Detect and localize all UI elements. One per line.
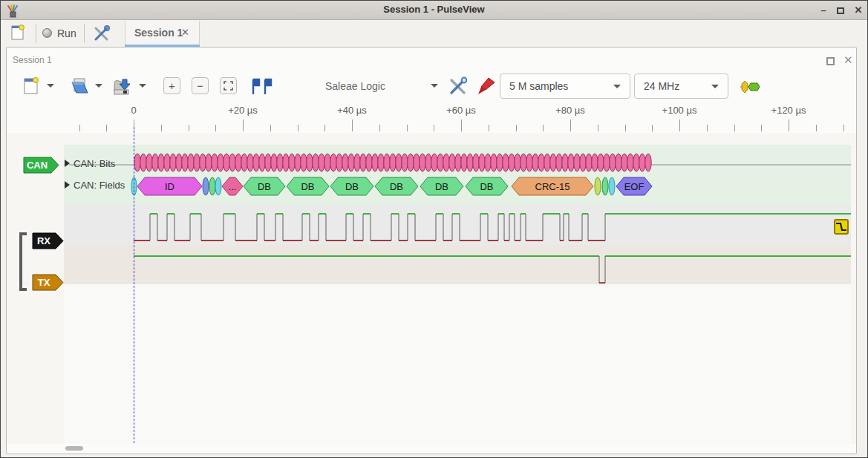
new-dropdown-arrow[interactable] [47,84,54,88]
new-file-icon [11,24,25,41]
ruler-tick [543,125,544,131]
save-file-icon[interactable] [113,76,131,96]
ruler-label: +40 µs [337,105,367,116]
ruler-tick [489,125,489,131]
decoder-bits-label: CAN: Bits [74,158,115,169]
ruler-tick [161,125,162,131]
trigger-falling-edge-badge[interactable] [834,219,849,235]
channel-group-bracket [19,232,27,291]
session-maximize-button[interactable] [826,57,835,65]
ruler-tick [434,125,434,131]
ruler-tick [215,125,216,131]
zoom-in-button[interactable]: + [163,77,180,94]
session-close-icon[interactable]: ✕ [843,53,853,67]
new-session-button[interactable] [7,23,29,44]
settings-button[interactable] [90,23,112,44]
ruler-tick [407,125,408,131]
ruler-tick [816,125,817,131]
rx-channel-tag[interactable]: RX [32,232,65,249]
pulseview-window: Session 1 - PulseView – ✕ Run Session 1 … [0,0,868,458]
empty-trace-area [64,284,851,444]
ruler-tick [761,125,762,131]
ruler-tick [734,125,735,131]
add-decoder-button[interactable] [740,79,760,94]
ruler-tick [298,125,298,131]
toolbar-separator [84,24,85,43]
ruler-tick [625,125,626,131]
tab-label: Session 1 [134,27,183,39]
can-decoder-tag[interactable]: CAN [23,157,60,174]
sample-count-value: 5 M samples [509,80,568,92]
svg-text:CAN: CAN [27,160,48,171]
toolbar-separator [36,24,36,43]
decoder-row[interactable] [64,145,851,205]
svg-text:RX: RX [37,235,50,246]
device-dropdown-arrow[interactable] [431,84,438,88]
run-button[interactable]: Run [39,23,81,44]
tx-trace-row[interactable] [64,245,851,284]
sample-count-arrow [613,85,621,88]
ruler-ticks [1,118,868,131]
ruler-tick [189,125,189,131]
tab-close-icon[interactable]: ✕ [181,27,189,38]
ruler-tick [379,125,380,131]
ruler-label: +20 µs [228,105,258,116]
device-select-value[interactable]: Saleae Logic [325,80,385,92]
ruler-label: 0 [131,105,136,116]
ruler-label: +120 µs [771,105,806,116]
session-window-title: Session 1 [13,55,52,65]
ruler-label: +60 µs [446,105,476,116]
decoder-fields-label: CAN: Fields [74,180,125,191]
rx-trace-row[interactable] [64,205,851,245]
open-dropdown-arrow[interactable] [95,84,102,88]
maximize-button[interactable] [837,7,844,14]
minimize-button[interactable]: – [818,6,829,16]
ruler-tick [789,120,789,131]
zoom-fit-icon [223,81,233,91]
sample-count-select[interactable]: 5 M samples [500,73,630,99]
ruler-tick [324,125,325,131]
ruler-tick [106,125,107,131]
sample-rate-arrow [711,85,719,88]
tools-icon [93,25,110,42]
channels-wrench-icon[interactable] [448,76,467,96]
zoom-fit-button[interactable] [220,77,237,94]
window-title: Session 1 - PulseView [1,4,867,15]
sample-rate-select[interactable]: 24 MHz [634,73,728,99]
expander-bits-icon[interactable] [65,160,70,167]
new-file-icon[interactable] [24,77,39,95]
ruler-tick [707,125,708,131]
ruler-tick [79,125,80,131]
ruler-tick [843,125,844,131]
horizontal-scrollbar-thumb[interactable] [65,446,83,451]
ruler-tick [598,125,598,131]
trigger-flags-icon[interactable] [251,78,273,96]
ruler-label: +80 µs [555,105,585,116]
tx-channel-tag[interactable]: TX [32,274,65,291]
ruler-tick [652,125,653,131]
save-dropdown-arrow[interactable] [139,84,146,88]
ruler-tick [270,125,271,131]
ruler-tick [679,120,680,131]
ruler-label: +100 µs [662,105,697,116]
close-button[interactable]: ✕ [852,6,864,16]
ruler-labels: 0+20 µs+40 µs+60 µs+80 µs+100 µs+120 µs [1,105,868,118]
ruler-tick [461,120,462,131]
ruler-tick [352,120,353,131]
ruler-tick [516,125,517,131]
expander-fields-icon[interactable] [65,181,70,189]
probe-icon[interactable] [477,76,496,96]
zoom-out-button[interactable]: − [192,77,209,94]
trigger-marker-line[interactable] [134,127,134,443]
open-file-icon[interactable] [71,76,89,95]
sample-rate-value: 24 MHz [644,80,679,92]
falling-edge-icon [835,220,847,233]
ruler-tick [570,120,571,131]
ruler-tick [243,120,244,131]
run-state-icon [42,28,52,38]
svg-text:TX: TX [38,277,50,288]
run-button-label: Run [57,27,76,39]
